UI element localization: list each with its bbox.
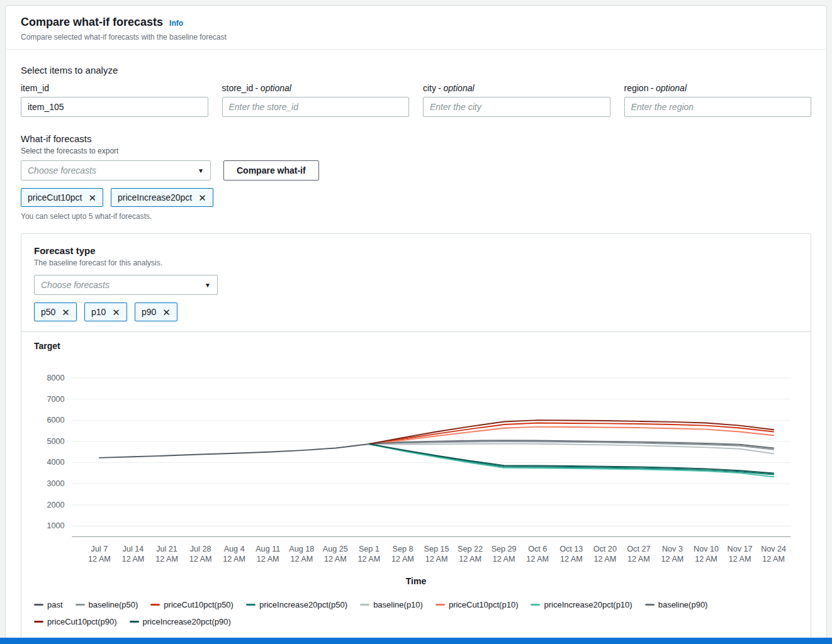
token-p50: p50 ✕ xyxy=(34,303,77,321)
legend-swatch xyxy=(436,604,445,606)
token-dismiss-icon[interactable]: ✕ xyxy=(88,193,96,203)
legend-swatch xyxy=(130,621,139,623)
svg-text:Aug 4: Aug 4 xyxy=(224,545,245,553)
forecast-type-dropdown[interactable]: Choose forecasts ▼ xyxy=(34,275,218,295)
svg-text:12 AM: 12 AM xyxy=(695,555,717,564)
token-dismiss-icon[interactable]: ✕ xyxy=(162,308,171,317)
page-subtitle: Compare selected what-if forecasts with … xyxy=(21,33,811,42)
svg-text:Jul 14: Jul 14 xyxy=(123,545,144,553)
svg-text:Nov 17: Nov 17 xyxy=(728,545,753,553)
whatif-heading: What-if forecasts xyxy=(21,133,811,144)
page-header: Compare what-if forecasts Info Compare s… xyxy=(6,6,826,50)
svg-text:12 AM: 12 AM xyxy=(391,555,414,564)
token-p10: p10 ✕ xyxy=(84,303,127,321)
store-id-input[interactable] xyxy=(222,97,410,117)
legend-swatch xyxy=(76,604,85,606)
svg-text:3000: 3000 xyxy=(47,479,65,488)
console-footer-bar xyxy=(0,638,832,644)
legend-swatch xyxy=(360,604,369,606)
svg-text:12 AM: 12 AM xyxy=(493,555,515,564)
item-id-input[interactable] xyxy=(21,97,208,117)
legend-item-priceCut10pct(p50)[interactable]: priceCut10pct(p50) xyxy=(150,600,233,609)
legend-swatch xyxy=(150,604,160,606)
svg-text:12 AM: 12 AM xyxy=(593,555,616,564)
svg-text:12 AM: 12 AM xyxy=(358,555,381,564)
legend-label: priceIncrease20pct(p10) xyxy=(544,600,632,609)
svg-text:Jul 21: Jul 21 xyxy=(156,545,177,553)
chart-legend: pastbaseline(p50)priceCut10pct(p50)price… xyxy=(34,600,798,626)
legend-label: priceCut10pct(p10) xyxy=(449,600,519,609)
svg-text:Aug 18: Aug 18 xyxy=(289,545,314,553)
select-items-heading: Select items to analyze xyxy=(21,65,811,75)
svg-text:12 AM: 12 AM xyxy=(223,555,245,564)
token-label: p90 xyxy=(142,307,156,317)
whatif-helper-text: You can select upto 5 what-if forecasts. xyxy=(21,212,811,221)
svg-text:2000: 2000 xyxy=(47,501,65,509)
whatif-sub-label: Select the forecasts to export xyxy=(21,147,811,155)
legend-swatch xyxy=(34,604,43,606)
token-dismiss-icon[interactable]: ✕ xyxy=(112,308,120,317)
token-dismiss-icon[interactable]: ✕ xyxy=(198,193,206,203)
field-item-id: item_id xyxy=(21,83,208,117)
svg-text:12 AM: 12 AM xyxy=(257,555,279,564)
svg-text:12 AM: 12 AM xyxy=(155,555,178,564)
forecast-type-dropdown-placeholder: Choose forecasts xyxy=(41,280,110,290)
svg-text:12 AM: 12 AM xyxy=(459,555,481,564)
legend-item-baseline(p90)[interactable]: baseline(p90) xyxy=(645,600,708,609)
svg-text:Aug 11: Aug 11 xyxy=(256,545,280,553)
svg-text:12 AM: 12 AM xyxy=(526,555,549,564)
info-link[interactable]: Info xyxy=(169,19,183,28)
svg-text:12 AM: 12 AM xyxy=(189,555,212,564)
panel-divider xyxy=(21,331,811,332)
svg-text:1000: 1000 xyxy=(47,521,65,530)
legend-item-priceCut10pct(p90)[interactable]: priceCut10pct(p90) xyxy=(34,617,117,626)
svg-text:12 AM: 12 AM xyxy=(324,555,347,564)
token-priceIncrease20pct: priceIncrease20pct ✕ xyxy=(111,188,213,207)
line-chart: 10002000300040005000600070008000Jul 712 … xyxy=(34,353,798,575)
city-input[interactable] xyxy=(423,97,610,117)
compare-whatif-button[interactable]: Compare what-if xyxy=(223,160,319,180)
forecast-chart: 10002000300040005000600070008000Jul 712 … xyxy=(34,353,798,626)
legend-item-baseline(p50)[interactable]: baseline(p50) xyxy=(76,600,138,609)
legend-item-priceCut10pct(p10)[interactable]: priceCut10pct(p10) xyxy=(436,600,519,609)
svg-text:Oct 27: Oct 27 xyxy=(627,545,650,553)
svg-text:7000: 7000 xyxy=(47,395,65,404)
token-label: p50 xyxy=(41,307,55,317)
legend-item-priceIncrease20pct(p10)[interactable]: priceIncrease20pct(p10) xyxy=(531,600,632,609)
store-id-label: store_id- optional xyxy=(222,83,410,93)
region-optional: - optional xyxy=(650,83,687,93)
legend-item-past[interactable]: past xyxy=(34,600,63,609)
legend-item-baseline(p10)[interactable]: baseline(p10) xyxy=(360,600,423,609)
legend-label: baseline(p10) xyxy=(373,600,423,609)
legend-swatch xyxy=(645,604,655,606)
chart-x-axis-title: Time xyxy=(34,576,798,586)
field-region: region- optional xyxy=(624,83,812,117)
whatif-forecasts-dropdown[interactable]: Choose forecasts ▼ xyxy=(21,160,211,180)
svg-text:12 AM: 12 AM xyxy=(122,555,145,564)
legend-swatch xyxy=(531,604,540,606)
forecast-type-token-list: p50 ✕ p10 ✕ p90 ✕ xyxy=(34,303,798,321)
whatif-token-list: priceCut10pct ✕ priceIncrease20pct ✕ xyxy=(21,188,811,207)
chevron-down-icon: ▼ xyxy=(198,167,204,174)
svg-text:8000: 8000 xyxy=(47,374,65,382)
legend-item-priceIncrease20pct(p90)[interactable]: priceIncrease20pct(p90) xyxy=(130,617,231,626)
page-title: Compare what-if forecasts xyxy=(21,16,163,29)
store-id-label-text: store_id xyxy=(222,83,254,93)
svg-text:Oct 20: Oct 20 xyxy=(593,545,617,553)
svg-text:12 AM: 12 AM xyxy=(425,555,448,564)
chevron-down-icon: ▼ xyxy=(205,282,211,289)
svg-text:12 AM: 12 AM xyxy=(88,555,111,564)
legend-label: baseline(p50) xyxy=(89,600,138,609)
svg-text:Nov 24: Nov 24 xyxy=(761,545,786,553)
svg-text:12 AM: 12 AM xyxy=(729,555,751,564)
region-input[interactable] xyxy=(624,97,812,117)
token-label: p10 xyxy=(91,307,106,317)
page-card: Compare what-if forecasts Info Compare s… xyxy=(5,5,827,644)
city-label: city- optional xyxy=(423,83,610,93)
svg-text:Jul 7: Jul 7 xyxy=(91,545,108,553)
token-dismiss-icon[interactable]: ✕ xyxy=(62,308,70,317)
legend-item-priceIncrease20pct(p50)[interactable]: priceIncrease20pct(p50) xyxy=(246,600,347,609)
token-label: priceCut10pct xyxy=(28,192,82,203)
main-content: Select items to analyze item_id store_id… xyxy=(6,50,826,640)
store-id-optional: - optional xyxy=(255,83,291,93)
